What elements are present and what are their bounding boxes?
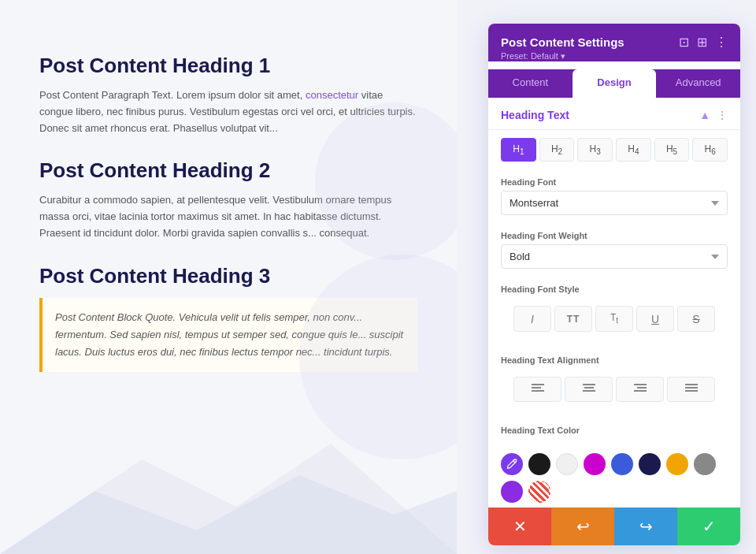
svg-rect-3	[532, 387, 541, 389]
svg-rect-11	[637, 387, 647, 389]
section-more-icon[interactable]: ⋮	[717, 109, 728, 121]
fullscreen-icon[interactable]: ⊡	[679, 35, 689, 50]
panel-footer: ✕ ↩ ↪ ✓	[488, 508, 740, 545]
svg-rect-6	[583, 384, 595, 385]
color-swatch-orange[interactable]	[666, 453, 688, 475]
panel-header-icons: ⊡ ⊞ ⋮	[679, 35, 728, 50]
more-options-icon[interactable]: ⋮	[715, 35, 728, 50]
panel-tabs: Content Design Advanced	[488, 69, 740, 98]
mountain-decoration	[0, 428, 457, 554]
align-right-btn[interactable]	[616, 377, 664, 402]
svg-rect-7	[584, 387, 594, 389]
svg-marker-1	[0, 475, 457, 554]
tab-design[interactable]: Design	[573, 69, 657, 98]
heading-levels: H1 H2 H3 H4 H5 H6	[488, 130, 740, 169]
color-swatch-striped[interactable]	[528, 481, 550, 503]
heading-font-weight-group: Heading Font Weight Bold	[488, 223, 740, 277]
svg-rect-16	[685, 390, 698, 392]
layout-icon[interactable]: ⊞	[697, 35, 707, 50]
heading-level-h1[interactable]: H1	[501, 138, 536, 162]
svg-rect-12	[634, 390, 647, 392]
panel-preset[interactable]: Preset: Default ▾	[501, 51, 728, 61]
content-area: Post Content Heading 1 Post Content Para…	[0, 0, 457, 554]
svg-rect-4	[532, 390, 544, 392]
heading-font-weight-select[interactable]: Bold	[501, 244, 728, 269]
collapse-icon[interactable]: ▲	[699, 109, 710, 121]
section-header-actions: ▲ ⋮	[699, 109, 728, 121]
redo-button[interactable]: ↪	[614, 508, 677, 545]
heading-text-color-group: Heading Text Color	[488, 418, 740, 447]
section-header: Heading Text ▲ ⋮	[488, 98, 740, 130]
heading-font-style-group: Heading Font Style I TT Tt U S	[488, 277, 740, 347]
panel-title: Post Content Settings	[501, 35, 624, 49]
heading-text-color-label: Heading Text Color	[501, 426, 728, 435]
cancel-button[interactable]: ✕	[488, 508, 551, 545]
settings-panel: Post Content Settings ⊡ ⊞ ⋮ Preset: Defa…	[488, 24, 740, 545]
panel-header: Post Content Settings ⊡ ⊞ ⋮ Preset: Defa…	[488, 24, 740, 61]
heading-font-weight-label: Heading Font Weight	[501, 231, 728, 240]
svg-line-18	[513, 461, 515, 463]
content-heading-1: Post Content Heading 1	[39, 54, 417, 78]
heading-font-group: Heading Font Montserrat	[488, 169, 740, 223]
heading-level-h6[interactable]: H6	[692, 138, 728, 162]
lowercase-btn[interactable]: Tt	[595, 306, 633, 331]
panel-title-row: Post Content Settings ⊡ ⊞ ⋮	[501, 35, 728, 50]
svg-rect-14	[685, 384, 698, 385]
style-buttons: I TT Tt U S	[501, 298, 728, 339]
strikethrough-btn[interactable]: S	[677, 306, 715, 331]
color-swatch-purple[interactable]	[501, 481, 523, 503]
svg-rect-15	[685, 387, 698, 389]
save-button[interactable]: ✓	[677, 508, 740, 545]
tab-advanced[interactable]: Advanced	[656, 69, 740, 98]
underline-btn[interactable]: U	[636, 306, 674, 331]
color-swatches	[488, 447, 740, 508]
heading-text-alignment-label: Heading Text Alignment	[501, 355, 728, 365]
svg-rect-8	[583, 390, 595, 392]
heading-font-select[interactable]: Montserrat	[501, 191, 728, 215]
heading-level-h2[interactable]: H2	[539, 138, 575, 162]
color-swatch-black[interactable]	[528, 453, 550, 475]
align-left-btn[interactable]	[513, 377, 561, 402]
uppercase-btn[interactable]: TT	[554, 306, 592, 331]
content-link[interactable]: consectetur	[306, 89, 358, 101]
tab-content[interactable]: Content	[488, 69, 573, 98]
svg-rect-2	[532, 384, 544, 385]
heading-level-h5[interactable]: H5	[654, 138, 690, 162]
align-justify-btn[interactable]	[667, 377, 715, 402]
color-swatch-white[interactable]	[556, 453, 578, 475]
color-swatch-magenta[interactable]	[584, 453, 606, 475]
heading-font-label: Heading Font	[501, 177, 728, 187]
heading-font-style-label: Heading Font Style	[501, 284, 728, 294]
color-swatch-gray[interactable]	[694, 453, 716, 475]
section-title: Heading Text	[501, 109, 569, 121]
reset-button[interactable]: ↩	[551, 508, 614, 545]
color-swatch-blue[interactable]	[611, 453, 633, 475]
heading-level-h3[interactable]: H3	[577, 138, 613, 162]
heading-text-alignment-group: Heading Text Alignment	[488, 348, 740, 418]
svg-rect-10	[634, 384, 647, 385]
paragraph-1a: Post Content Paragraph Text. Lorem ipsum…	[39, 89, 306, 101]
color-swatch-navy[interactable]	[639, 453, 661, 475]
panel-body: Heading Text ▲ ⋮ H1 H2 H3 H4 H5 H6 Headi…	[488, 98, 740, 508]
italic-btn[interactable]: I	[513, 306, 551, 331]
align-center-btn[interactable]	[565, 377, 613, 402]
align-buttons	[501, 369, 728, 410]
eyedropper-swatch[interactable]	[501, 453, 523, 475]
heading-level-h4[interactable]: H4	[616, 138, 651, 162]
